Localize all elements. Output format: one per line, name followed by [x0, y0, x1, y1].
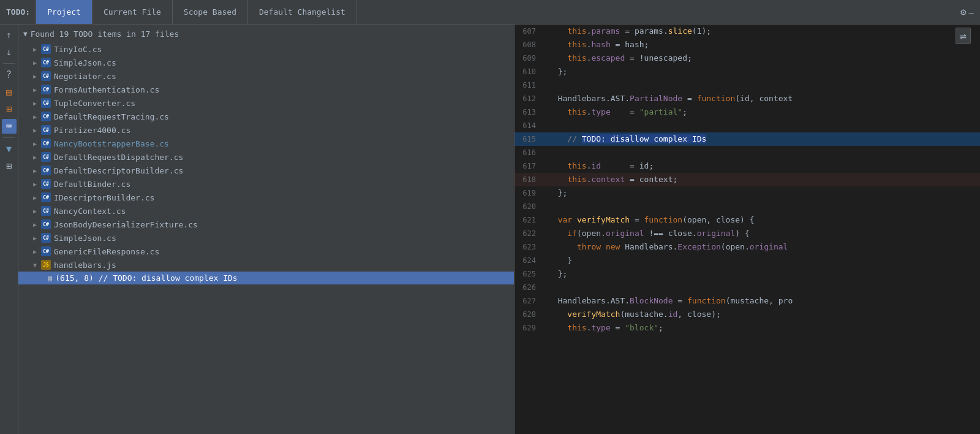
- tab-project[interactable]: Project: [36, 0, 92, 24]
- line-number: 613: [514, 105, 545, 119]
- tree-file-item[interactable]: ▶C#DefaultBinder.cs: [18, 177, 514, 191]
- tree-panel[interactable]: ▼ Found 19 TODO items in 17 files ▶C#Tin…: [18, 25, 514, 434]
- tree-file-item[interactable]: ▶C#IDescriptorBuilder.cs: [18, 191, 514, 204]
- chevron-right-icon: ▶: [33, 113, 37, 120]
- file-type-icon: C#: [41, 179, 51, 189]
- code-view-button[interactable]: ⌨: [2, 119, 17, 134]
- line-number: 629: [514, 321, 545, 335]
- code-line: 622 if(open.original !== close.original)…: [514, 227, 980, 240]
- chevron-right-icon: ▶: [33, 248, 37, 255]
- file-type-icon: C#: [41, 85, 51, 94]
- chevron-right-icon: ▶: [33, 140, 37, 147]
- file-name-label: handlebars.js: [54, 261, 116, 270]
- line-number: 618: [514, 173, 545, 186]
- tree-file-item[interactable]: ▶C#Piratizer4000.cs: [18, 123, 514, 137]
- tree-file-item[interactable]: ▶C#TinyIoC.cs: [18, 42, 514, 56]
- file-name-label: NancyContext.cs: [54, 207, 126, 216]
- gear-icon[interactable]: ⚙: [960, 6, 967, 18]
- scroll-up-button[interactable]: ↑: [2, 28, 17, 42]
- file-name-label: DefaultDescriptorBuilder.cs: [54, 166, 183, 175]
- file-type-icon: C#: [41, 246, 51, 256]
- tree-file-item[interactable]: ▼JShandlebars.js: [18, 258, 514, 272]
- code-line: 626: [514, 281, 980, 294]
- tree-file-item[interactable]: ▶C#Negotiator.cs: [18, 69, 514, 83]
- file-name-label: FormsAuthentication.cs: [54, 85, 159, 94]
- line-number: 625: [514, 267, 545, 281]
- file-name-label: DefaultRequestTracing.cs: [54, 112, 169, 121]
- code-scroll-area[interactable]: ⇌ 607 this.params = params.slice(1);608 …: [514, 25, 980, 434]
- file-name-label: SimpleJson.cs: [54, 58, 116, 67]
- tree-file-item[interactable]: ▶C#GenericFileResponse.cs: [18, 245, 514, 258]
- tree-file-item[interactable]: ▶C#FormsAuthentication.cs: [18, 83, 514, 96]
- tree-file-item[interactable]: ▶C#NancyBootstrapperBase.cs: [18, 137, 514, 150]
- file-type-icon: C#: [41, 125, 51, 135]
- chevron-right-icon: ▶: [33, 154, 37, 161]
- tab-current-file[interactable]: Current File: [92, 0, 173, 24]
- filter-button[interactable]: ▼: [2, 142, 17, 156]
- chevron-right-icon: ▶: [33, 86, 37, 93]
- chevron-right-icon: ▶: [33, 181, 37, 188]
- code-line: 616: [514, 146, 980, 159]
- tree-file-item[interactable]: ▶C#SimpleJson.cs: [18, 56, 514, 69]
- tree-file-item[interactable]: ▶C#DefaultRequestDispatcher.cs: [18, 150, 514, 164]
- line-number: 607: [514, 25, 545, 38]
- code-line: 628 verifyMatch(mustache.id, close);: [514, 308, 980, 321]
- line-content: var verifyMatch = function(open, close) …: [545, 213, 980, 227]
- line-number: 619: [514, 186, 545, 200]
- file-name-label: DefaultBinder.cs: [54, 180, 130, 189]
- tree-file-item[interactable]: ▶C#TupleConverter.cs: [18, 96, 514, 110]
- file-name-label: NancyBootstrapperBase.cs: [54, 139, 169, 148]
- file-type-icon: C#: [41, 152, 51, 162]
- tree-summary: Found 19 TODO items in 17 files: [31, 29, 179, 39]
- line-number: 627: [514, 294, 545, 308]
- chevron-right-icon: ▶: [33, 235, 37, 242]
- chevron-right-icon: ▶: [33, 100, 37, 107]
- file-type-icon: C#: [41, 112, 51, 121]
- file-name-label: GenericFileResponse.cs: [54, 247, 159, 256]
- code-line: 613 this.type = "partial";: [514, 105, 980, 119]
- calc-button[interactable]: ⊞: [2, 159, 17, 173]
- file-type-icon: C#: [41, 206, 51, 216]
- tree-file-item[interactable]: ▶C#DefaultDescriptorBuilder.cs: [18, 164, 514, 177]
- line-content: };: [545, 186, 980, 200]
- scroll-down-button[interactable]: ↓: [2, 45, 17, 59]
- code-line: 624 }: [514, 254, 980, 267]
- line-number: 612: [514, 92, 545, 105]
- line-content: this.context = context;: [545, 173, 980, 186]
- line-content: };: [545, 267, 980, 281]
- tree-file-item[interactable]: ▶C#JsonBodyDeserializerFixture.cs: [18, 218, 514, 231]
- tree-file-item[interactable]: ▶C#DefaultRequestTracing.cs: [18, 110, 514, 123]
- chevron-right-icon: ▶: [33, 221, 37, 228]
- code-line: 623 throw new Handlebars.Exception(open.…: [514, 240, 980, 254]
- tree-file-item[interactable]: ▶C#NancyContext.cs: [18, 204, 514, 218]
- todo-label: TODO:: [0, 7, 36, 17]
- file-type-icon: C#: [41, 139, 51, 148]
- help-button[interactable]: ?: [2, 67, 17, 82]
- tree-file-item[interactable]: ▶C#SimpleJson.cs: [18, 231, 514, 245]
- minimize-icon[interactable]: —: [969, 7, 974, 17]
- line-number: 626: [514, 281, 545, 294]
- line-content: this.escaped = !unescaped;: [545, 51, 980, 65]
- code-lines: 607 this.params = params.slice(1);608 th…: [514, 25, 980, 335]
- selected-item-text: (615, 8) // TODO: disallow complex IDs: [55, 273, 237, 283]
- line-content: if(open.original !== close.original) {: [545, 227, 980, 240]
- code-line: 610 };: [514, 65, 980, 78]
- tab-scope-based[interactable]: Scope Based: [172, 0, 248, 24]
- selected-todo-item[interactable]: ▤ (615, 8) // TODO: disallow complex IDs: [18, 272, 514, 284]
- document-icon: ▤: [48, 274, 52, 283]
- grid-view-button[interactable]: ⊞: [2, 102, 17, 116]
- tree-header[interactable]: ▼ Found 19 TODO items in 17 files: [18, 25, 514, 42]
- soft-wrap-button[interactable]: ⇌: [956, 28, 971, 44]
- tab-default-changelist[interactable]: Default Changelist: [247, 0, 357, 24]
- code-line: 608 this.hash = hash;: [514, 38, 980, 51]
- code-line: 609 this.escaped = !unescaped;: [514, 51, 980, 65]
- code-line: 618 this.context = context;: [514, 173, 980, 186]
- line-content: Handlebars.AST.BlockNode = function(must…: [545, 294, 980, 308]
- file-view-button[interactable]: ▤: [2, 85, 17, 99]
- file-list: ▶C#TinyIoC.cs▶C#SimpleJson.cs▶C#Negotiat…: [18, 42, 514, 272]
- line-content: };: [545, 65, 980, 78]
- line-content: this.hash = hash;: [545, 38, 980, 51]
- line-content: this.type = "block";: [545, 321, 980, 335]
- line-number: 623: [514, 240, 545, 254]
- line-number: 624: [514, 254, 545, 267]
